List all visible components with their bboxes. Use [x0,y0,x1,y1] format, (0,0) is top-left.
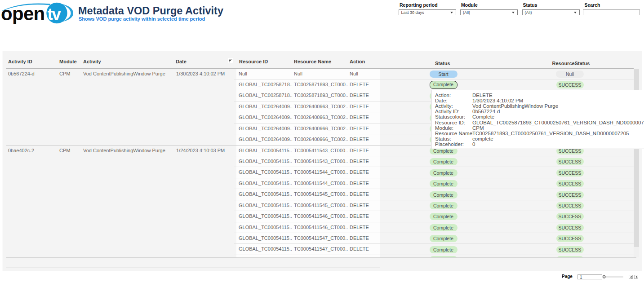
svg-text:open: open [1,3,45,24]
svg-text:tv: tv [48,5,62,23]
